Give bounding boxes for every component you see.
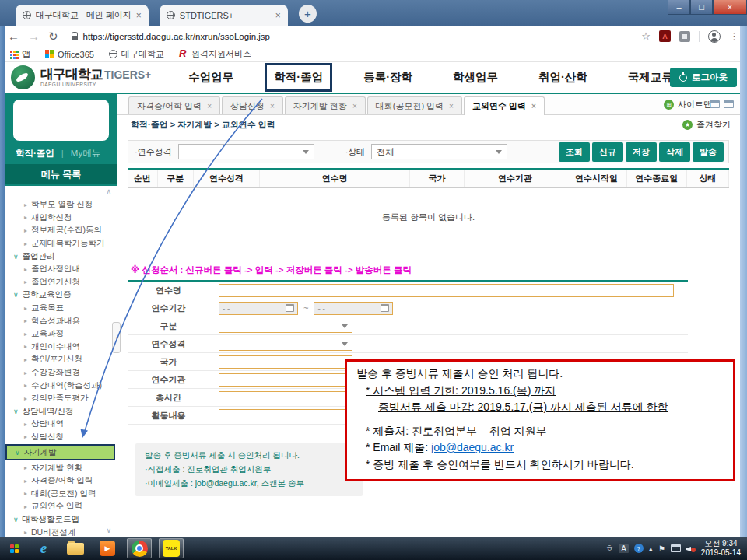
end-date-input[interactable]: - - [314, 302, 393, 315]
form-select[interactable] [219, 320, 352, 333]
sidebar-menu-item[interactable]: 대회(공모전) 입력 [5, 487, 117, 500]
status-select[interactable]: 전체 [371, 144, 507, 159]
internet-explorer-icon[interactable]: e [31, 538, 56, 558]
pdf-extension-icon[interactable]: A [659, 30, 671, 42]
sidebar-menu-item[interactable]: 자기계발 [5, 444, 115, 460]
workspace-tab[interactable]: 대회(공모전) 입력 × [367, 96, 462, 114]
browser-tab[interactable]: 대구대학교 - 메인 페이지 × [16, 5, 149, 26]
logout-button[interactable]: 로그아웃 [670, 68, 737, 87]
bookmark-item[interactable]: 대구대학교 [109, 48, 164, 60]
popout-window-icon[interactable] [710, 100, 720, 108]
nav-item[interactable]: 학적·졸업 [274, 70, 323, 85]
help-tray-icon[interactable]: ? [634, 544, 644, 553]
sidebar-menu-item[interactable]: 자기계발 현황 [5, 461, 117, 474]
sitemap-link[interactable]: ⊞ 사이트맵 [664, 99, 712, 110]
text-input[interactable] [219, 391, 352, 404]
bookmark-item[interactable]: 앱 [9, 48, 30, 60]
sidebar-menu-item[interactable]: 강의만족도평가 [5, 392, 117, 405]
sidebar-menu-item[interactable]: 군제대복학가능학기 [5, 237, 117, 250]
workspace-tab-close-icon[interactable]: × [207, 102, 212, 110]
tray-expand-icon[interactable]: ▴ [649, 544, 653, 553]
extension-icon[interactable] [679, 31, 690, 42]
refresh-icon[interactable]: ↻ [48, 30, 58, 42]
window-minimize-button[interactable]: – [668, 0, 690, 15]
sidebar-menu-item[interactable]: 졸업관리 [5, 250, 117, 263]
start-date-input[interactable]: - - [219, 302, 298, 315]
tab-close-icon[interactable]: × [275, 10, 281, 21]
menu-collapse-icon[interactable]: ∧ [106, 187, 111, 195]
action-button[interactable]: 저장 [626, 142, 657, 162]
sidebar-tab-haksa[interactable]: 학적·졸업 [16, 148, 54, 159]
sidebar-menu-item[interactable]: 확인/포기신청 [5, 353, 117, 366]
action-button[interactable]: 발송 [693, 142, 724, 162]
browser-tab[interactable]: STDTIGERS+ × [160, 5, 288, 26]
logo-text[interactable]: 대구대학교TIGERS+ DAEGU UNIVERSITY [40, 68, 151, 88]
browser-menu-icon[interactable]: ⋮ [729, 30, 739, 42]
volume-muted-icon[interactable] [686, 544, 696, 552]
forward-icon[interactable]: → [28, 30, 40, 42]
window-maximize-button[interactable]: □ [690, 0, 713, 15]
url-omnibox[interactable]: https://tigersstd.daegu.ac.kr/nxrun/ssoL… [67, 28, 633, 44]
workspace-tab[interactable]: 상담신청 × [222, 96, 283, 114]
nav-item[interactable]: 국제교류 [628, 70, 673, 85]
nav-item[interactable]: 수업업무 [188, 70, 233, 85]
nav-item[interactable]: 취업·산학 [538, 70, 587, 85]
sidebar-menu-item[interactable]: 교외연수 입력 [5, 500, 117, 513]
calendar-icon[interactable] [381, 304, 389, 312]
bookmark-star-icon[interactable]: ☆ [641, 30, 651, 42]
workspace-tab[interactable]: 교외연수 입력 × [464, 96, 545, 115]
sidebar-menu-item[interactable]: 상담내역 [5, 418, 117, 431]
action-center-flag-icon[interactable]: ⚑ [658, 544, 665, 553]
university-logo-icon[interactable] [11, 65, 35, 89]
bookmark-item[interactable]: 원격지원서비스 [179, 48, 251, 60]
taskbar-clock[interactable]: 오전 9:34 2019-05-14 [701, 539, 741, 558]
workspace-tab[interactable]: 자격증/어학 입력 × [128, 96, 220, 114]
workspace-tab-close-icon[interactable]: × [531, 102, 536, 110]
window-close-button[interactable]: × [713, 0, 747, 15]
sidebar-menu-item[interactable]: 정보제공(수집)동의 [5, 224, 117, 237]
form-select[interactable] [219, 338, 352, 351]
nav-item[interactable]: 등록·장학 [363, 70, 412, 85]
sidebar-menu-item[interactable]: 졸업연기신청 [5, 276, 117, 289]
email-link[interactable]: job@daegu.ac.kr [431, 441, 514, 453]
new-tab-button[interactable]: + [299, 5, 317, 23]
workspace-tab[interactable]: 자기계발 현황 × [285, 96, 366, 114]
sidebar-menu-item[interactable]: 자격증/어학 입력 [5, 474, 117, 488]
tab-close-icon[interactable]: × [136, 10, 142, 21]
action-button[interactable]: 신규 [592, 142, 623, 162]
training-type-select[interactable] [178, 144, 314, 159]
sidebar-menu-item[interactable]: 교육과정 [5, 327, 117, 341]
ime-korean-icon[interactable]: ㅎ [605, 543, 613, 554]
file-explorer-icon[interactable] [63, 538, 88, 558]
text-input[interactable] [219, 373, 352, 387]
sidebar-menu-item[interactable]: 재입학신청 [5, 212, 117, 225]
media-player-icon[interactable]: ▶ [95, 538, 120, 558]
sidebar-menu-item[interactable]: 교육목표 [5, 302, 117, 315]
menu-scroll-down-icon[interactable]: ∨ [106, 527, 111, 534]
sidebar-menu-item[interactable]: 학습성과내용 [5, 314, 117, 327]
sidebar-menu-item[interactable]: 수강강좌변경 [5, 366, 117, 380]
action-button[interactable]: 삭제 [659, 142, 690, 162]
sidebar-menu-item[interactable]: 상담신청 [5, 431, 117, 444]
sidebar-tab-mymenu[interactable]: My메뉴 [71, 148, 100, 159]
close-all-windows-icon[interactable] [724, 100, 734, 108]
network-tray-icon[interactable] [671, 544, 681, 552]
nav-item[interactable]: 학생업무 [453, 70, 498, 85]
chrome-icon[interactable] [127, 538, 152, 558]
sidebar-menu-item[interactable]: 졸업사정안내 [5, 263, 117, 276]
action-button[interactable]: 조회 [559, 142, 590, 162]
bookmark-item[interactable]: Office365 [45, 50, 94, 59]
back-icon[interactable]: ← [8, 30, 19, 42]
sidebar-menu-item[interactable]: 개인이수내역 [5, 341, 117, 354]
workspace-tab-close-icon[interactable]: × [352, 102, 357, 110]
start-button[interactable] [5, 539, 24, 558]
calendar-icon[interactable] [286, 304, 294, 312]
sidebar-menu-item[interactable]: 수강내역(학습성과) [5, 379, 117, 392]
workspace-tab-close-icon[interactable]: × [449, 102, 454, 110]
ime-english-icon[interactable]: A [619, 544, 629, 553]
sidebar-menu-item[interactable]: 학부모 열람 신청 [5, 198, 117, 212]
favorites-link[interactable]: ★ 즐겨찾기 [682, 119, 731, 131]
sidebar-menu-item[interactable]: 공학교육인증 [5, 289, 117, 302]
kakaotalk-icon[interactable] [159, 538, 184, 558]
text-input[interactable] [219, 284, 674, 297]
